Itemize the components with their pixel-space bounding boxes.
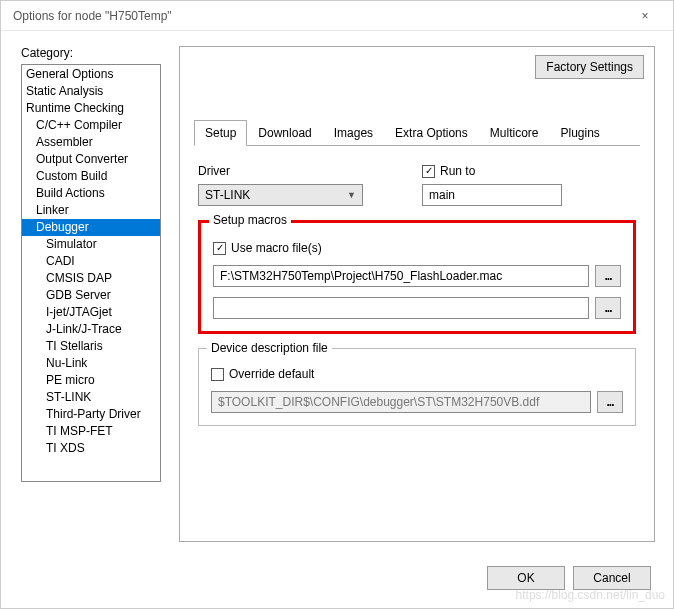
category-item[interactable]: Build Actions — [22, 185, 160, 202]
tab-images[interactable]: Images — [323, 120, 384, 146]
runto-label: Run to — [440, 164, 475, 178]
category-item[interactable]: Custom Build — [22, 168, 160, 185]
category-item[interactable]: J-Link/J-Trace — [22, 321, 160, 338]
category-column: Category: General OptionsStatic Analysis… — [21, 46, 161, 542]
category-item[interactable]: TI MSP-FET — [22, 423, 160, 440]
bottom-button-bar: OK Cancel — [487, 566, 651, 590]
driver-value: ST-LINK — [205, 188, 250, 202]
macro-file2-input[interactable] — [213, 297, 589, 319]
macro-file1-input[interactable]: F:\STM32H750Temp\Project\H750_FlashLoade… — [213, 265, 589, 287]
watermark: https://blog.csdn.net/lin_duo — [516, 588, 665, 602]
tab-multicore[interactable]: Multicore — [479, 120, 550, 146]
category-item[interactable]: TI XDS — [22, 440, 160, 457]
tab-strip: SetupDownloadImagesExtra OptionsMulticor… — [194, 119, 640, 146]
tab-setup[interactable]: Setup — [194, 120, 247, 146]
runto-input[interactable]: main — [422, 184, 562, 206]
category-item[interactable]: ST-LINK — [22, 389, 160, 406]
driver-label: Driver — [198, 164, 412, 178]
use-macro-checkbox-row[interactable]: ✓ Use macro file(s) — [213, 241, 621, 255]
ddf-browse-button[interactable]: ... — [597, 391, 623, 413]
category-item[interactable]: General Options — [22, 66, 160, 83]
category-item[interactable]: Assembler — [22, 134, 160, 151]
category-item[interactable]: PE micro — [22, 372, 160, 389]
category-item[interactable]: Runtime Checking — [22, 100, 160, 117]
category-item[interactable]: GDB Server — [22, 287, 160, 304]
use-macro-label: Use macro file(s) — [231, 241, 322, 255]
category-item[interactable]: CMSIS DAP — [22, 270, 160, 287]
window-title: Options for node "H750Temp" — [13, 9, 172, 23]
tab-download[interactable]: Download — [247, 120, 322, 146]
category-item[interactable]: Static Analysis — [22, 83, 160, 100]
category-item[interactable]: CADI — [22, 253, 160, 270]
close-icon: × — [641, 9, 648, 23]
runto-checkbox-row[interactable]: ✓ Run to — [422, 164, 636, 178]
ddf-path-input: $TOOLKIT_DIR$\CONFIG\debugger\ST\STM32H7… — [211, 391, 591, 413]
driver-select[interactable]: ST-LINK ▼ — [198, 184, 363, 206]
chevron-down-icon: ▼ — [347, 190, 356, 200]
main-area: Category: General OptionsStatic Analysis… — [21, 46, 655, 542]
tab-plugins[interactable]: Plugins — [549, 120, 610, 146]
runto-checkbox[interactable]: ✓ — [422, 165, 435, 178]
category-item[interactable]: TI Stellaris — [22, 338, 160, 355]
title-bar: Options for node "H750Temp" × — [1, 1, 673, 31]
category-item[interactable]: Debugger — [22, 219, 160, 236]
category-item[interactable]: Output Converter — [22, 151, 160, 168]
factory-settings-button[interactable]: Factory Settings — [535, 55, 644, 79]
macro-file1-browse-button[interactable]: ... — [595, 265, 621, 287]
tab-extra-options[interactable]: Extra Options — [384, 120, 479, 146]
cancel-button[interactable]: Cancel — [573, 566, 651, 590]
right-panel: Factory Settings SetupDownloadImagesExtr… — [179, 46, 655, 542]
ddf-fieldset: Device description file Override default… — [198, 348, 636, 426]
category-label: Category: — [21, 46, 161, 60]
category-item[interactable]: Third-Party Driver — [22, 406, 160, 423]
category-item[interactable]: Linker — [22, 202, 160, 219]
macro-file2-browse-button[interactable]: ... — [595, 297, 621, 319]
category-item[interactable]: I-jet/JTAGjet — [22, 304, 160, 321]
setup-macros-fieldset: Setup macros ✓ Use macro file(s) F:\STM3… — [198, 220, 636, 334]
category-list[interactable]: General OptionsStatic AnalysisRuntime Ch… — [21, 64, 161, 482]
setup-macros-legend: Setup macros — [209, 213, 291, 227]
tab-content-setup: Driver ST-LINK ▼ ✓ Run to main — [194, 146, 640, 430]
category-item[interactable]: Simulator — [22, 236, 160, 253]
override-checkbox-row[interactable]: Override default — [211, 367, 623, 381]
override-label: Override default — [229, 367, 314, 381]
close-button[interactable]: × — [625, 2, 665, 30]
category-item[interactable]: C/C++ Compiler — [22, 117, 160, 134]
use-macro-checkbox[interactable]: ✓ — [213, 242, 226, 255]
category-item[interactable]: Nu-Link — [22, 355, 160, 372]
ok-button[interactable]: OK — [487, 566, 565, 590]
override-checkbox[interactable] — [211, 368, 224, 381]
ddf-legend: Device description file — [207, 341, 332, 355]
